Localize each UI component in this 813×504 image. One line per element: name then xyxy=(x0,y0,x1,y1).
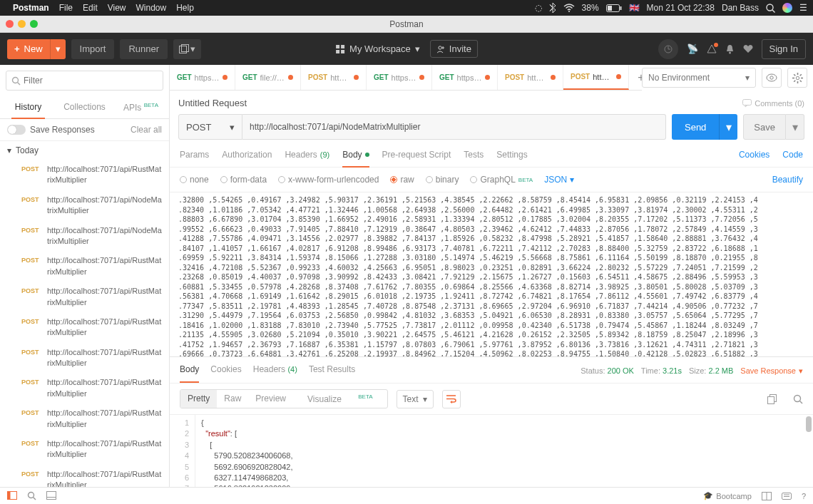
clear-all-link[interactable]: Clear all xyxy=(131,125,162,135)
two-pane-icon[interactable] xyxy=(762,492,772,500)
request-tab[interactable]: POSThttp://l... xyxy=(563,65,629,90)
alert-icon[interactable] xyxy=(707,44,717,54)
close-window-button[interactable] xyxy=(6,20,14,28)
request-tab-prerequest[interactable]: Pre-request Script xyxy=(382,150,451,167)
body-type-raw[interactable]: raw xyxy=(390,175,414,185)
beautify-link[interactable]: Beautify xyxy=(772,175,803,185)
response-tab-cookies[interactable]: Cookies xyxy=(210,364,241,377)
clock[interactable]: Mon 21 Oct 22:38 xyxy=(647,3,715,13)
bootcamp-link[interactable]: 🎓 Bootcamp xyxy=(703,491,752,500)
invite-button[interactable]: Invite xyxy=(430,40,478,58)
minimize-window-button[interactable] xyxy=(18,20,26,28)
sidebar-tab-collections[interactable]: Collections xyxy=(56,96,113,118)
body-type-none[interactable]: none xyxy=(180,175,209,185)
response-tab-tests[interactable]: Test Results xyxy=(309,364,355,377)
save-dropdown[interactable]: ▾ xyxy=(786,114,804,140)
search-response-icon[interactable] xyxy=(793,394,803,404)
send-dropdown[interactable]: ▾ xyxy=(719,114,737,140)
history-item[interactable]: POSThttp://localhost:7071/api/RustMatrix… xyxy=(0,343,169,374)
view-pretty[interactable]: Pretty xyxy=(180,390,217,408)
save-response-button[interactable]: Save Response ▾ xyxy=(740,366,803,376)
flag-icon[interactable]: 🇬🇧 xyxy=(629,3,640,13)
toggle-sidebar-icon[interactable] xyxy=(7,491,17,500)
sidebar-tab-history[interactable]: History xyxy=(0,96,56,118)
history-item[interactable]: POSThttp://localhost:7071/api/RustMatrix… xyxy=(0,434,169,465)
keyboard-shortcuts-icon[interactable] xyxy=(782,493,792,500)
response-body-viewer[interactable]: { "result": [ [ 5790.5208234006068, 5692… xyxy=(195,415,292,487)
history-item[interactable]: POSThttp://localhost:7071/api/RustMatrix… xyxy=(0,403,169,434)
menu-window[interactable]: Window xyxy=(136,3,167,13)
request-tab[interactable]: GEThttps://w... xyxy=(367,65,432,90)
body-type-xwww[interactable]: x-www-form-urlencoded xyxy=(278,175,379,185)
history-item[interactable]: POSThttp://localhost:7071/api/RustMatrix… xyxy=(0,251,169,282)
request-body-editor[interactable]: .32800 ,5.54265 ,0.49167 ,3.24982 ,5.903… xyxy=(170,192,813,356)
bell-icon[interactable] xyxy=(725,44,735,54)
new-button[interactable]: +New ▾ xyxy=(7,39,66,59)
history-item[interactable]: POSThttp://localhost:7071/api/NodeMatrix… xyxy=(0,190,169,221)
request-tab-headers[interactable]: Headers (9) xyxy=(285,150,329,167)
response-view-mode[interactable]: Pretty Raw Preview Visualize BETA xyxy=(180,389,388,408)
http-method-selector[interactable]: POST▾ xyxy=(178,114,242,140)
view-preview[interactable]: Preview xyxy=(248,390,293,408)
request-tab-settings[interactable]: Settings xyxy=(496,150,527,167)
response-scrollbar[interactable] xyxy=(806,416,812,432)
history-group-today[interactable]: ▾ Today xyxy=(0,141,169,160)
siri-icon[interactable] xyxy=(782,3,792,13)
request-tab[interactable]: POSThttp://l... xyxy=(498,65,563,90)
send-button[interactable]: Send xyxy=(672,114,719,140)
control-center-icon[interactable]: ◌ xyxy=(535,3,542,13)
request-title[interactable]: Untitled Request xyxy=(178,98,247,108)
request-tab-authorization[interactable]: Authorization xyxy=(222,150,272,167)
view-raw[interactable]: Raw xyxy=(217,390,248,408)
environment-selector[interactable]: No Environment▾ xyxy=(642,68,756,88)
history-item[interactable]: POSThttp://localhost:7071/api/RustMatrix… xyxy=(0,282,169,312)
history-item[interactable]: POSThttp://localhost:7071/api/NodeMatrix… xyxy=(0,221,169,252)
save-responses-toggle[interactable] xyxy=(7,125,26,135)
bluetooth-icon[interactable] xyxy=(549,3,556,13)
history-item[interactable]: POSThttp://localhost:7071/api/RustMatrix… xyxy=(0,312,169,343)
request-tab[interactable]: GETfile:///Us... xyxy=(235,65,301,90)
request-tab[interactable]: POSThttp://l... xyxy=(301,65,367,90)
request-tab[interactable]: GEThttps://w... xyxy=(432,65,498,90)
spotlight-icon[interactable] xyxy=(766,4,775,13)
wrap-lines-icon[interactable] xyxy=(442,390,461,408)
sign-in-button[interactable]: Sign In xyxy=(762,39,806,59)
sidebar-tab-apis[interactable]: APIs BETA xyxy=(113,96,169,118)
request-tab-tests[interactable]: Tests xyxy=(464,150,484,167)
request-url-input[interactable] xyxy=(242,114,666,140)
sync-icon[interactable] xyxy=(658,39,678,59)
request-tab[interactable]: GEThttps://a... xyxy=(170,65,235,90)
settings-gear-icon[interactable] xyxy=(787,68,807,88)
response-tab-headers[interactable]: Headers (4) xyxy=(253,364,297,377)
history-item[interactable]: POSThttp://localhost:7071/api/RustMatrix… xyxy=(0,160,169,190)
body-type-formdata[interactable]: form-data xyxy=(220,175,267,185)
menu-view[interactable]: View xyxy=(108,3,126,13)
raw-content-type-selector[interactable]: JSON ▾ xyxy=(544,175,574,185)
response-lang-selector[interactable]: Text ▾ xyxy=(397,390,434,408)
body-type-binary[interactable]: binary xyxy=(426,175,459,185)
notifications-icon[interactable]: ☰ xyxy=(799,3,807,13)
request-tab-body[interactable]: Body xyxy=(342,150,369,167)
sidebar-filter-input[interactable] xyxy=(6,71,163,91)
menu-help[interactable]: Help xyxy=(176,3,194,13)
menu-edit[interactable]: Edit xyxy=(83,3,98,13)
import-button[interactable]: Import xyxy=(71,39,115,59)
fullscreen-window-button[interactable] xyxy=(30,20,38,28)
history-item[interactable]: POSThttp://localhost:7071/api/RustMatrix… xyxy=(0,465,169,487)
history-item[interactable]: POSThttp://localhost:7071/api/RustMatrix… xyxy=(0,373,169,403)
cookies-link[interactable]: Cookies xyxy=(739,150,769,167)
comments-link[interactable]: Comments (0) xyxy=(742,99,804,108)
runner-button[interactable]: Runner xyxy=(120,39,168,59)
new-dropdown[interactable]: ▾ xyxy=(50,39,66,59)
battery-icon[interactable] xyxy=(606,4,622,12)
satellite-icon[interactable]: 📡 xyxy=(687,43,698,54)
view-visualize[interactable]: Visualize BETA xyxy=(293,390,387,408)
environment-quicklook-icon[interactable] xyxy=(762,68,782,88)
wifi-icon[interactable] xyxy=(563,4,575,12)
app-name[interactable]: Postman xyxy=(13,3,49,13)
copy-response-icon[interactable] xyxy=(767,394,777,404)
request-tab-params[interactable]: Params xyxy=(180,150,209,167)
save-button[interactable]: Save xyxy=(743,114,786,140)
response-tab-body[interactable]: Body xyxy=(180,364,199,377)
new-window-button[interactable]: ▾ xyxy=(173,39,201,59)
